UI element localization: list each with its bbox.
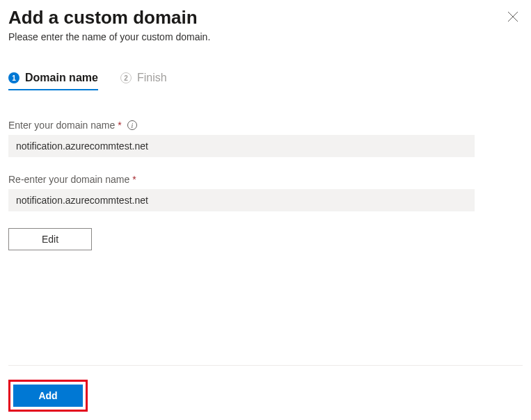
step-2-badge: 2 (120, 72, 132, 83)
panel-subtitle: Please enter the name of your custom dom… (8, 31, 503, 42)
step-finish: 2 Finish (120, 72, 167, 90)
step-1-label: Domain name (25, 72, 98, 84)
confirm-domain-label: Re-enter your domain name * (8, 174, 475, 185)
step-1-badge: 1 (8, 72, 19, 83)
domain-name-input[interactable] (8, 135, 475, 157)
highlight-annotation: Add (8, 380, 88, 412)
confirm-domain-input[interactable] (8, 189, 475, 211)
required-asterisk: * (118, 120, 121, 131)
wizard-stepper: 1 Domain name 2 Finish (8, 72, 523, 90)
step-2-label: Finish (137, 72, 167, 84)
domain-name-label: Enter your domain name * i (8, 120, 475, 131)
info-icon[interactable]: i (127, 120, 137, 130)
close-button[interactable] (503, 7, 523, 26)
required-asterisk: * (132, 174, 136, 185)
panel-title: Add a custom domain (8, 7, 503, 29)
edit-button[interactable]: Edit (8, 228, 92, 250)
add-button[interactable]: Add (13, 385, 83, 407)
step-domain-name[interactable]: 1 Domain name (8, 72, 98, 90)
